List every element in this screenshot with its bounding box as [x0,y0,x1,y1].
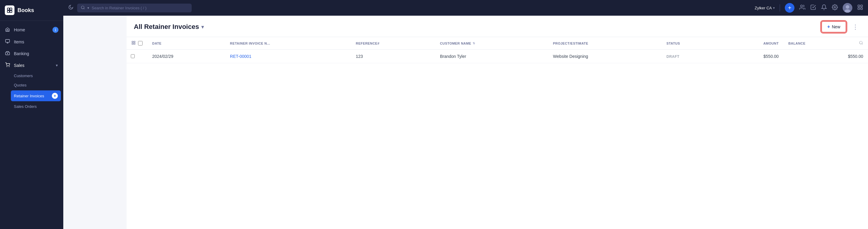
dark-mode-icon[interactable] [68,4,73,11]
sidebar-item-items[interactable]: Items [0,36,63,47]
sidebar: Books Home 1 Items [0,0,63,229]
sidebar-item-home[interactable]: Home 1 [0,24,63,36]
sales-icon [5,62,10,68]
svg-rect-4 [5,39,9,42]
col-header-status: STATUS [661,37,720,50]
select-all-checkbox[interactable] [138,41,143,45]
svg-point-12 [801,5,803,7]
global-add-button[interactable]: + [785,3,795,13]
home-badge: 1 [53,27,59,33]
org-dropdown-icon: ▾ [773,6,775,10]
page-title: All Retainer Invoices ▾ [134,23,204,31]
sidebar-item-retainer-invoices[interactable]: Retainer Invoices + [11,90,61,101]
search-input-placeholder: Search in Retainer Invoices ( / ) [92,6,188,10]
sidebar-item-retainer-invoices-label: Retainer Invoices [14,94,44,98]
sidebar-item-quotes[interactable]: Quotes [0,80,63,90]
col-header-date: DATE [147,37,225,50]
svg-rect-2 [7,10,10,13]
home-icon [5,27,10,33]
sidebar-item-banking[interactable]: Banking [0,47,63,59]
svg-rect-17 [858,5,860,7]
svg-rect-1 [10,8,12,10]
app-name: Books [18,7,34,13]
table-row: 2024/02/29 RET-00001 123 Brandon Tyler W… [127,50,868,63]
table-header: DATE RETAINER INVOICE N... REFERENCE# CU… [127,37,868,50]
header-actions: + New ⋮ [821,21,861,33]
col-header-reference: REFERENCE# [351,37,435,50]
topbar-right: Zylker CA ▾ + [755,3,863,13]
row-checkbox[interactable] [131,54,135,59]
svg-line-26 [862,44,863,44]
col-header-customer-name: CUSTOMER NAME ⇅ [435,37,548,50]
cell-customer-name: Brandon Tyler [435,50,548,63]
app-logo[interactable]: Books [0,0,63,21]
sidebar-nav: Home 1 Items Banking [0,21,63,229]
new-button[interactable]: + New [821,21,846,33]
cell-date: 2024/02/29 [147,50,225,63]
org-selector[interactable]: Zylker CA ▾ [755,6,775,10]
search-bar[interactable]: ▾ Search in Retainer Invoices ( / ) [77,4,192,12]
page-title-text: All Retainer Invoices [134,23,199,31]
settings-icon[interactable] [832,4,838,12]
svg-point-13 [834,6,836,8]
column-layout-icon[interactable] [131,41,135,46]
status-badge: DRAFT [666,55,679,59]
svg-rect-22 [134,41,135,42]
table-body: 2024/02/29 RET-00001 123 Brandon Tyler W… [127,50,868,63]
sidebar-item-customers[interactable]: Customers [0,71,63,80]
search-icon [81,5,85,10]
table-area: DATE RETAINER INVOICE N... REFERENCE# CU… [127,37,868,229]
col-header-project-estimate: PROJECT/ESTIMATE [548,37,661,50]
retainer-invoice-link[interactable]: RET-00001 [230,54,251,59]
search-dropdown-icon[interactable]: ▾ [87,6,89,10]
more-options-button[interactable]: ⋮ [850,22,861,32]
cell-reference: 123 [351,50,435,63]
cell-status: DRAFT [661,50,720,63]
col-header-balance: BALANCE [784,37,868,50]
sidebar-item-sales[interactable]: Sales ▼ [0,59,63,71]
new-button-label: New [832,24,840,29]
col-header-amount: AMOUNT [720,37,784,50]
tasks-icon[interactable] [810,4,816,12]
svg-rect-3 [10,10,12,13]
banking-icon [5,51,10,56]
svg-point-15 [846,5,849,9]
cell-retainer-invoice-no: RET-00001 [225,50,351,63]
svg-rect-20 [861,7,863,9]
svg-point-10 [82,6,84,8]
page-title-chevron-icon[interactable]: ▾ [201,24,204,30]
svg-rect-24 [134,43,135,44]
sidebar-item-sales-orders[interactable]: Sales Orders [0,102,63,111]
svg-rect-21 [132,41,133,42]
cell-project-estimate: Website Designing [548,50,661,63]
svg-point-9 [9,66,9,67]
items-icon [5,39,10,44]
svg-rect-19 [858,7,860,9]
sidebar-item-items-label: Items [14,39,24,44]
new-button-plus-icon: + [827,24,830,30]
retainer-invoices-table: DATE RETAINER INVOICE N... REFERENCE# CU… [127,37,868,63]
page-header: All Retainer Invoices ▾ + New ⋮ [127,16,868,37]
sidebar-item-quotes-label: Quotes [14,83,27,87]
sidebar-item-banking-label: Banking [14,51,29,56]
topbar: ▾ Search in Retainer Invoices ( / ) Zylk… [63,0,868,16]
customer-name-sort-icon[interactable]: ⇅ [472,41,475,45]
sidebar-item-home-label: Home [14,27,25,32]
svg-point-25 [860,41,862,44]
sidebar-item-customers-label: Customers [14,73,33,78]
logo-icon [5,5,14,15]
team-icon[interactable] [799,4,805,12]
notifications-icon[interactable] [821,4,827,12]
svg-line-11 [84,8,85,9]
svg-rect-0 [7,8,10,10]
main-content: All Retainer Invoices ▾ + New ⋮ [127,16,868,229]
sidebar-item-sales-orders-label: Sales Orders [14,104,37,109]
svg-rect-23 [132,43,133,44]
apps-grid-icon[interactable] [857,4,863,12]
sales-arrow-icon: ▼ [55,64,59,67]
cell-amount: $550.00 [720,50,784,63]
column-search-icon[interactable] [859,41,863,46]
avatar[interactable] [843,3,852,13]
topbar-divider [780,4,780,11]
retainer-invoices-add-icon[interactable]: + [52,93,58,99]
